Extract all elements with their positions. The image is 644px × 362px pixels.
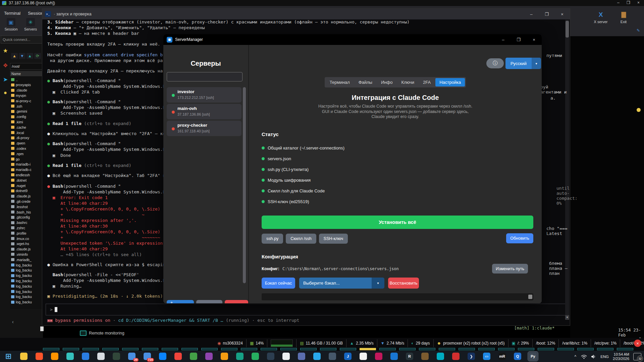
server-item-investor[interactable]: investor173.212.212.157 [ssh] [167, 87, 241, 103]
restore-button[interactable]: Восстановить [388, 278, 419, 289]
tab-терминал[interactable]: Терминал [326, 78, 354, 86]
scrollbar-thumb[interactable] [566, 21, 569, 38]
backup-select[interactable]: Выберите бэкап... ▾ [299, 278, 384, 289]
log-bar-scroll-thumb[interactable] [528, 295, 532, 299]
file-row[interactable]: .di-proxy [10, 135, 43, 140]
file-row[interactable]: .claude.js [10, 247, 43, 252]
file-row[interactable]: .npm [10, 151, 43, 156]
chatgpt[interactable] [358, 352, 368, 361]
app-light[interactable] [96, 352, 106, 361]
python-terminal[interactable]: Py [528, 352, 538, 361]
file-row[interactable]: mariadb-c [10, 167, 43, 172]
file-row[interactable]: .config [10, 114, 43, 119]
notification-center-icon[interactable]: 32 [633, 353, 641, 360]
session-tab[interactable] [63, 348, 79, 350]
edit-server-button[interactable]: Изменить [196, 300, 222, 303]
app-red-2[interactable] [451, 352, 461, 361]
sm-minimize-button[interactable]: – [495, 37, 511, 42]
tab-ключи[interactable]: Ключи [397, 78, 418, 86]
file-row[interactable]: .mariadb_ [10, 257, 43, 262]
brave-browser[interactable] [34, 352, 44, 361]
file-row[interactable]: .profile [10, 231, 43, 236]
files-column-header[interactable]: Name [10, 71, 44, 77]
app-indigo[interactable] [297, 352, 307, 361]
session-tab[interactable] [557, 348, 574, 350]
mremoteng[interactable]: mR [497, 352, 507, 361]
file-row[interactable]: .cache [10, 125, 43, 130]
session-tab[interactable] [102, 348, 119, 350]
terminal-titlebar[interactable]: >_ · запуск и проверка – ❐ × [42, 9, 570, 19]
tab-2fa[interactable]: 2FA [419, 78, 435, 86]
file-row[interactable]: myvpn [10, 93, 43, 98]
file-row[interactable]: .claude [10, 88, 43, 93]
chrome-profile-2[interactable]: 715 [142, 352, 152, 361]
upload-icon[interactable]: ▲ [26, 53, 33, 59]
app-cyan[interactable] [435, 352, 445, 361]
app-slate[interactable] [327, 352, 337, 361]
session-tab[interactable] [300, 348, 317, 350]
quick-connect-input[interactable]: Quick connect... [1, 36, 43, 44]
session-tab[interactable] [280, 348, 297, 350]
app-purple[interactable] [204, 352, 214, 361]
install-ssh--button[interactable]: SSH-ключ [319, 234, 348, 244]
tab-настройка[interactable]: Настройка [435, 78, 465, 86]
session-tab[interactable] [221, 348, 237, 350]
jetbrains[interactable]: J [343, 352, 353, 361]
file-row[interactable]: .local [10, 130, 43, 135]
file-row[interactable]: .gitconfig [10, 215, 43, 220]
wifi-icon[interactable] [581, 354, 587, 359]
edge-browser[interactable] [65, 352, 75, 361]
server-item-main-ovh[interactable]: main-ovh37.187.136.86 [ssh] [167, 104, 241, 119]
session-tab[interactable] [320, 348, 336, 350]
anydesk[interactable] [173, 352, 183, 361]
terminal-minimize-button[interactable]: – [524, 12, 539, 17]
session-tab[interactable] [399, 348, 416, 350]
info-button[interactable]: ⓘ [486, 58, 504, 68]
telegram[interactable] [312, 352, 322, 361]
session-tab[interactable] [597, 348, 613, 350]
file-row[interactable]: .git-crede [10, 199, 43, 204]
language-dropdown[interactable]: Русский ▾ [505, 58, 541, 69]
file-row[interactable]: .zshrc [10, 225, 43, 230]
sm-close-button[interactable]: × [526, 37, 542, 42]
session-tab[interactable] [419, 348, 435, 350]
star-icon[interactable]: ★ [1, 46, 10, 55]
quick-utmo[interactable]: Q [513, 352, 523, 361]
session-tab[interactable] [142, 348, 158, 350]
server-list-scrollbar[interactable] [243, 87, 246, 283]
file-row[interactable]: dotnet9 [10, 188, 43, 193]
file-row[interactable]: log_backu [10, 289, 43, 294]
toolbar-session-button[interactable]: ▣Session [2, 18, 20, 31]
app-brown[interactable] [420, 352, 430, 361]
session-tab[interactable] [379, 348, 396, 350]
sidebar-collapse-arrow[interactable]: ‹ [12, 319, 14, 324]
file-row[interactable]: proxyapis [10, 82, 43, 87]
install-ssh-py-button[interactable]: ssh.py [262, 234, 283, 244]
session-tab[interactable] [201, 348, 218, 350]
servermanager-titlebar[interactable]: ServerManager – ❐ × [163, 34, 542, 45]
powershell[interactable]: ❯ [466, 352, 476, 361]
session-tab[interactable] [241, 348, 257, 350]
file-row[interactable]: .qwen [10, 141, 43, 146]
toolbar-servers-button[interactable]: ✳Servers [21, 18, 40, 31]
file-row[interactable]: .tmux.co [10, 236, 43, 241]
tray-chevron-icon[interactable]: ^ [575, 354, 577, 359]
app-teal[interactable] [235, 352, 245, 361]
terminal-maximize-button[interactable]: ❐ [539, 12, 554, 17]
file-row[interactable]: .bashrc [10, 220, 43, 225]
file-row[interactable]: .dotnet [10, 178, 43, 183]
session-tab[interactable] [340, 348, 356, 350]
file-row[interactable]: log_backu [10, 273, 43, 278]
log-bar[interactable] [262, 293, 533, 300]
sm-maximize-button[interactable]: ❐ [511, 37, 526, 42]
session-tab[interactable] [360, 348, 376, 350]
file-row[interactable]: .lesshst [10, 204, 43, 209]
file-row[interactable]: .nuget [10, 183, 43, 188]
folder-up-icon[interactable]: ▲ [11, 53, 18, 59]
mail-app[interactable] [281, 352, 291, 361]
session-tab[interactable] [538, 348, 554, 350]
tab-инфо[interactable]: Инфо [377, 78, 396, 86]
server-item-proxy-checker[interactable]: proxy-checker161.97.118.40 [ssh] [167, 121, 241, 136]
file-row[interactable]: log_backu [10, 284, 43, 289]
tab-файлы[interactable]: Файлы [355, 78, 376, 86]
